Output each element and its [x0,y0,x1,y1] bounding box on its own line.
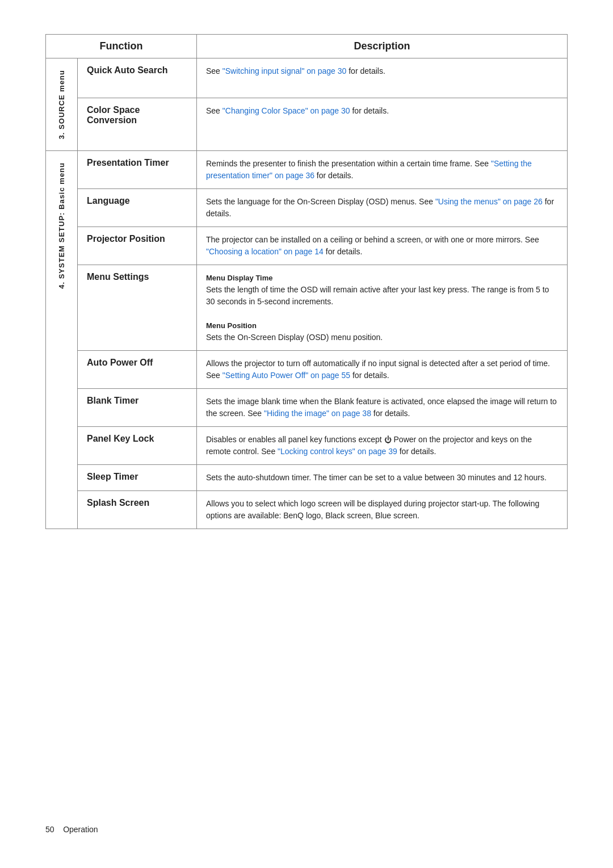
sub-heading-menu-display-time: Menu Display Time [206,274,273,282]
description-cell-presentation-timer: Reminds the presenter to finish the pres… [197,151,568,189]
sidebar-system: 4. SYSTEM SETUP: Basic menu [46,151,78,529]
table-row: Splash Screen Allows you to select which… [46,491,568,529]
sidebar-source: 3. SOURCE menu [46,58,78,151]
power-icon: ⏻ [384,435,392,444]
link-using-menus[interactable]: "Using the menus" on page 26 [435,197,543,206]
sidebar-source-label: 3. SOURCE menu [55,65,68,144]
description-cell-blank-timer: Sets the image blank time when the Blank… [197,389,568,427]
function-cell-splash-screen: Splash Screen [78,491,197,529]
description-cell-quick-auto-search: See "Switching input signal" on page 30 … [197,58,568,98]
sub-text-menu-position: Sets the On-Screen Display (OSD) menu po… [206,333,383,342]
description-cell-projector-position: The projector can be installed on a ceil… [197,227,568,265]
table-row: Menu Settings Menu Display Time Sets the… [46,265,568,351]
link-choosing-location[interactable]: "Choosing a location" on page 14 [206,247,324,256]
link-hiding-image[interactable]: "Hiding the image" on page 38 [264,409,371,418]
sidebar-system-label: 4. SYSTEM SETUP: Basic menu [55,158,68,293]
main-table: Function Description 3. SOURCE menu Quic… [45,34,568,529]
table-row: Projector Position The projector can be … [46,227,568,265]
function-cell-auto-power-off: Auto Power Off [78,351,197,389]
table-row: Sleep Timer Sets the auto-shutdown timer… [46,465,568,491]
table-row: Panel Key Lock Disables or enables all p… [46,427,568,465]
table-row: Auto Power Off Allows the projector to t… [46,351,568,389]
function-cell-presentation-timer: Presentation Timer [78,151,197,189]
function-cell-menu-settings: Menu Settings [78,265,197,351]
link-switching-input[interactable]: "Switching input signal" on page 30 [222,66,347,76]
link-auto-power-off[interactable]: "Setting Auto Power Off" on page 55 [222,371,350,380]
page-container: Function Description 3. SOURCE menu Quic… [0,0,613,575]
table-row: Color Space Conversion See "Changing Col… [46,98,568,151]
sub-text-menu-display-time: Sets the length of time the OSD will rem… [206,285,549,306]
description-cell-menu-settings: Menu Display Time Sets the length of tim… [197,265,568,351]
description-cell-sleep-timer: Sets the auto-shutdown timer. The timer … [197,465,568,491]
function-cell-language: Language [78,189,197,227]
table-row: Language Sets the language for the On-Sc… [46,189,568,227]
function-cell-color-space: Color Space Conversion [78,98,197,151]
link-locking-control-keys[interactable]: "Locking control keys" on page 39 [278,447,397,456]
description-cell-color-space: See "Changing Color Space" on page 30 fo… [197,98,568,151]
table-row: 4. SYSTEM SETUP: Basic menu Presentation… [46,151,568,189]
page-number: 50 [45,825,54,834]
table-row: Blank Timer Sets the image blank time wh… [46,389,568,427]
sub-heading-menu-position: Menu Position [206,321,257,330]
function-cell-blank-timer: Blank Timer [78,389,197,427]
page-footer: 50 Operation [45,825,98,834]
footer-section: Operation [63,825,98,834]
function-cell-projector-position: Projector Position [78,227,197,265]
function-cell-sleep-timer: Sleep Timer [78,465,197,491]
table-row: 3. SOURCE menu Quick Auto Search See "Sw… [46,58,568,98]
description-header: Description [197,35,568,58]
function-cell-quick-auto-search: Quick Auto Search [78,58,197,98]
description-cell-auto-power-off: Allows the projector to turn off automat… [197,351,568,389]
description-cell-panel-key-lock: Disables or enables all panel key functi… [197,427,568,465]
description-cell-language: Sets the language for the On-Screen Disp… [197,189,568,227]
description-cell-splash-screen: Allows you to select which logo screen w… [197,491,568,529]
link-color-space[interactable]: "Changing Color Space" on page 30 [222,106,350,115]
function-cell-panel-key-lock: Panel Key Lock [78,427,197,465]
function-header: Function [46,35,197,58]
